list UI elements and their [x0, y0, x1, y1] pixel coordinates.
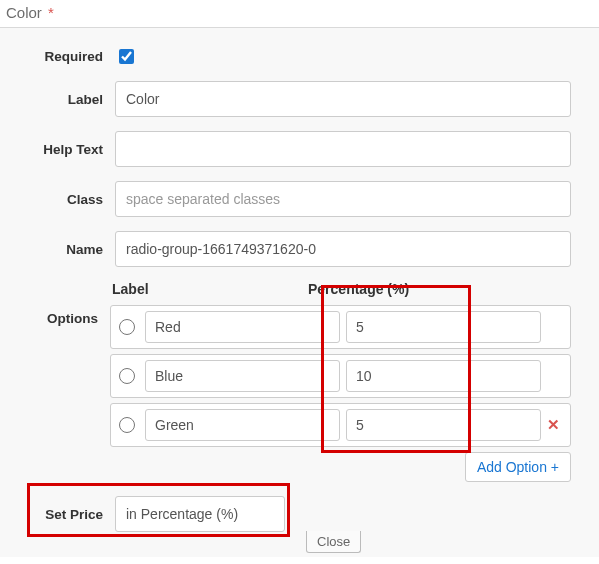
- remove-option-icon[interactable]: ✕: [547, 416, 564, 434]
- label-input[interactable]: [115, 81, 571, 117]
- option-row: [110, 305, 571, 349]
- required-asterisk: *: [48, 4, 54, 21]
- option-label-input[interactable]: [145, 311, 340, 343]
- option-percentage-input[interactable]: [346, 360, 541, 392]
- form-panel: Required Label Help Text Class Name Opti…: [0, 27, 599, 557]
- set-price-select[interactable]: in Percentage (%): [115, 496, 285, 532]
- option-percentage-input[interactable]: [346, 409, 541, 441]
- option-row: ✕: [110, 403, 571, 447]
- class-field-label: Class: [20, 192, 115, 207]
- add-option-button[interactable]: Add Option +: [465, 452, 571, 482]
- panel-title-text: Color: [6, 4, 42, 21]
- set-price-label: Set Price: [20, 507, 115, 522]
- required-checkbox[interactable]: [119, 49, 134, 64]
- close-button[interactable]: Close: [306, 531, 361, 553]
- option-row: [110, 354, 571, 398]
- options-field-label: Options: [20, 281, 110, 326]
- label-field-label: Label: [20, 92, 115, 107]
- options-header-label: Label: [110, 281, 308, 297]
- option-label-input[interactable]: [145, 360, 340, 392]
- help-text-input[interactable]: [115, 131, 571, 167]
- options-header-percentage: Percentage (%): [308, 281, 478, 297]
- panel-title: Color *: [0, 0, 599, 27]
- required-label: Required: [20, 49, 115, 64]
- class-input[interactable]: [115, 181, 571, 217]
- option-label-input[interactable]: [145, 409, 340, 441]
- option-radio[interactable]: [119, 417, 135, 433]
- option-percentage-input[interactable]: [346, 311, 541, 343]
- option-radio[interactable]: [119, 319, 135, 335]
- help-text-label: Help Text: [20, 142, 115, 157]
- option-radio[interactable]: [119, 368, 135, 384]
- name-field-label: Name: [20, 242, 115, 257]
- name-input[interactable]: [115, 231, 571, 267]
